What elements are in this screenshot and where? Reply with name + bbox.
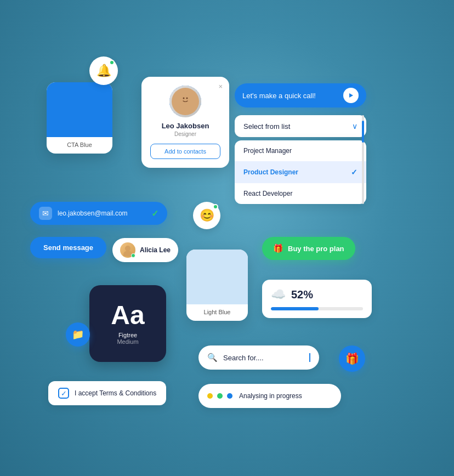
email-icon: ✉ (39, 207, 52, 220)
close-button[interactable]: × (218, 82, 223, 90)
cta-blue-color-swatch (47, 82, 112, 137)
svg-point-1 (179, 103, 192, 111)
option-product-designer[interactable]: Product Designer ✓ (235, 161, 366, 183)
progress-fill (271, 307, 319, 310)
analysing-bar: Analysing in progress (198, 384, 341, 408)
smiley-bubble: 😊 (193, 202, 220, 229)
folder-button[interactable]: 📁 (66, 322, 90, 347)
quick-call-arrow-icon (343, 88, 359, 103)
email-value: leo.jakobsen@mail.com (58, 209, 146, 217)
select-options-list: Project Manager Product Designer ✓ React… (235, 140, 366, 204)
svg-point-5 (125, 246, 130, 251)
svg-marker-4 (349, 93, 353, 98)
alicia-avatar (120, 242, 135, 258)
cloud-icon: ☁️ (271, 287, 286, 302)
quick-call-label: Let's make a quick call! (242, 92, 316, 100)
select-trigger[interactable]: Select from list ∨ (235, 115, 366, 137)
alicia-badge: Alicia Lee (112, 238, 178, 262)
avatar-face (172, 88, 199, 115)
search-bar[interactable]: 🔍 Search for.... (198, 345, 319, 370)
online-dot (213, 204, 218, 209)
terms-checkbox[interactable]: ✓ I accept Terms & Conditions (48, 381, 166, 405)
notification-dot (109, 60, 115, 65)
bell-icon: 🔔 (97, 64, 111, 78)
svg-point-0 (180, 94, 190, 104)
gift-box-icon: 🎁 (345, 352, 359, 365)
profile-name: Leo Jakobsen (150, 122, 220, 130)
chevron-down-icon: ∨ (352, 122, 357, 131)
avatar-svg (175, 92, 195, 111)
notification-bell[interactable]: 🔔 (89, 56, 118, 85)
select-label: Select from list (243, 122, 290, 131)
progress-bar (271, 307, 363, 310)
cloud-progress-card: ☁️ 52% (262, 280, 372, 318)
gift-icon: 🎁 (273, 243, 283, 253)
status-dot-yellow (207, 393, 213, 399)
light-blue-label: Light Blue (186, 304, 248, 321)
text-cursor (309, 353, 310, 362)
analysing-label: Analysing in progress (239, 392, 302, 400)
cloud-percent: 52% (291, 288, 313, 301)
svg-point-3 (186, 98, 188, 99)
font-sample: Aa (111, 302, 144, 328)
gift-circle-button[interactable]: 🎁 (339, 345, 365, 372)
checkbox-icon[interactable]: ✓ (58, 388, 69, 399)
scrollbar[interactable] (362, 140, 364, 204)
profile-title: Designer (150, 131, 220, 137)
cta-blue-label: CTA Blue (47, 137, 112, 154)
add-contacts-button[interactable]: Add to contacts (150, 144, 220, 159)
email-input[interactable]: ✉ leo.jakobsen@mail.com ✓ (30, 202, 167, 225)
search-placeholder: Search for.... (223, 354, 304, 362)
folder-icon: 📁 (72, 328, 84, 341)
validation-check-icon: ✓ (151, 208, 158, 219)
check-icon: ✓ (351, 168, 357, 177)
smiley-icon: 😊 (200, 208, 214, 223)
profile-card: × Leo Jakobsen Designer Add to contacts (141, 77, 229, 168)
alicia-name: Alicia Lee (140, 246, 171, 254)
light-blue-swatch (186, 250, 248, 304)
buy-pro-button[interactable]: 🎁 Buy the pro plan (262, 237, 355, 260)
select-dropdown[interactable]: Select from list ∨ Project Manager Produ… (235, 115, 366, 204)
send-message-button[interactable]: Send message (30, 237, 106, 258)
avatar (169, 86, 201, 117)
terms-label: I accept Terms & Conditions (75, 389, 156, 397)
alicia-online-dot (131, 253, 135, 258)
light-blue-card: Light Blue (186, 250, 248, 321)
cta-blue-card: CTA Blue (47, 82, 112, 154)
option-react-developer[interactable]: React Developer (235, 183, 366, 204)
svg-point-2 (183, 98, 185, 99)
font-weight: Medium (117, 338, 138, 345)
search-icon: 🔍 (207, 353, 218, 362)
cloud-header: ☁️ 52% (271, 287, 363, 302)
quick-call-button[interactable]: Let's make a quick call! (235, 83, 366, 107)
buy-pro-label: Buy the pro plan (288, 245, 344, 253)
font-card: Aa Figtree Medium (89, 285, 166, 362)
font-name: Figtree (118, 332, 137, 338)
status-dot-blue (227, 393, 232, 399)
status-dot-green (217, 393, 223, 399)
option-project-manager[interactable]: Project Manager (235, 140, 366, 161)
scrollbar-thumb (362, 140, 364, 143)
